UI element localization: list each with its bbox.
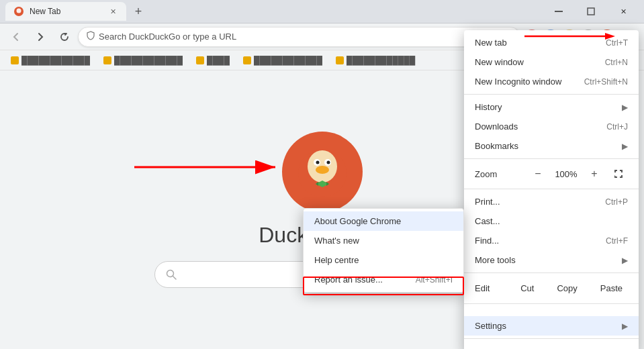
menu-divider-6 xyxy=(464,338,639,339)
menu-divider-1 xyxy=(464,94,639,95)
bookmark-favicon-3 xyxy=(196,56,204,64)
window-controls: ✕ xyxy=(543,1,639,22)
zoom-value: 100% xyxy=(553,169,580,179)
svg-rect-3 xyxy=(588,8,594,15)
menu-divider-3 xyxy=(464,189,639,189)
help-submenu: About Google Chrome What's new Help cent… xyxy=(303,208,464,293)
bookmark-item-1[interactable]: ████████████ xyxy=(5,53,95,68)
search-icon xyxy=(166,269,177,280)
help-arrow-icon: ▶ xyxy=(622,321,628,331)
svg-rect-2 xyxy=(555,11,563,12)
bookmark-item-5[interactable]: ████████████ xyxy=(330,53,420,68)
address-text: Search DuckDuckGo or type a URL xyxy=(99,32,485,42)
red-arrow-help xyxy=(131,156,292,179)
svg-point-1 xyxy=(17,9,21,13)
zoom-row: Zoom − 100% + xyxy=(464,162,639,186)
menu-item-find[interactable]: Find... Ctrl+F xyxy=(464,231,639,250)
menu-item-cast[interactable]: Cast... xyxy=(464,211,639,231)
svg-point-18 xyxy=(316,166,329,174)
menu-item-print[interactable]: Print... Ctrl+P xyxy=(464,192,639,211)
history-arrow-icon: ▶ xyxy=(622,103,628,112)
edit-buttons: Cut Copy Paste xyxy=(510,280,639,297)
bookmark-label-5: ████████████ xyxy=(347,56,415,65)
zoom-label: Zoom xyxy=(475,169,523,179)
cut-button[interactable]: Cut xyxy=(510,280,545,297)
window-minimize-button[interactable] xyxy=(543,1,574,22)
more-tools-arrow-icon: ▶ xyxy=(622,256,628,265)
menu-item-exit[interactable] xyxy=(464,342,639,349)
bookmarks-arrow-icon: ▶ xyxy=(622,142,628,151)
tab-favicon xyxy=(13,6,24,17)
zoom-fullscreen-button[interactable] xyxy=(609,164,628,183)
help-submenu-item-whats-new[interactable]: What's new xyxy=(304,231,463,250)
menu-item-settings[interactable] xyxy=(464,307,639,316)
svg-point-16 xyxy=(316,161,319,164)
tab-close-button[interactable]: ✕ xyxy=(107,6,118,17)
bookmark-favicon-2 xyxy=(103,56,111,64)
edit-row: Edit Cut Copy Paste xyxy=(464,276,639,301)
menu-divider-4 xyxy=(464,272,639,273)
copy-button[interactable]: Copy xyxy=(546,280,588,297)
bookmark-label-1: ████████████ xyxy=(21,56,90,65)
menu-item-new-window[interactable]: New window Ctrl+N xyxy=(464,52,639,72)
bookmark-label-4: ████████████ xyxy=(254,56,322,65)
svg-line-23 xyxy=(173,277,176,280)
edit-label: Edit xyxy=(464,279,510,298)
menu-item-help[interactable]: Settings ▶ xyxy=(464,316,639,336)
menu-divider-2 xyxy=(464,158,639,159)
bookmark-item-2[interactable]: ████████████ xyxy=(98,53,188,68)
menu-divider-5 xyxy=(464,303,639,304)
reload-button[interactable] xyxy=(54,26,75,48)
paste-button[interactable]: Paste xyxy=(590,280,633,297)
help-submenu-item-report-issue[interactable]: Report an issue... Alt+Shift+I xyxy=(304,270,463,289)
zoom-in-button[interactable]: + xyxy=(585,164,604,183)
bookmark-item-4[interactable]: ████████████ xyxy=(238,53,328,68)
menu-item-bookmarks[interactable]: Bookmarks ▶ xyxy=(464,136,639,156)
bookmark-favicon-4 xyxy=(243,56,251,64)
chrome-menu: New tab Ctrl+T New window Ctrl+N New Inc… xyxy=(464,30,639,349)
window-close-button[interactable]: ✕ xyxy=(608,1,639,22)
back-button[interactable] xyxy=(5,26,27,48)
zoom-out-button[interactable]: − xyxy=(528,164,547,183)
title-bar: New Tab ✕ + ✕ xyxy=(0,0,644,23)
menu-item-more-tools[interactable]: More tools ▶ xyxy=(464,250,639,270)
help-submenu-item-help-centre[interactable]: Help centre xyxy=(304,250,463,270)
bookmark-favicon-1 xyxy=(11,56,19,64)
window-maximize-button[interactable] xyxy=(576,1,606,22)
help-submenu-item-about[interactable]: About Google Chrome xyxy=(304,211,463,231)
ddg-logo xyxy=(282,132,363,212)
bookmark-label-2: ████████████ xyxy=(114,56,183,65)
red-arrow-indicator xyxy=(524,30,618,43)
menu-item-history[interactable]: History ▶ xyxy=(464,97,639,117)
browser-tab[interactable]: New Tab ✕ xyxy=(5,2,126,21)
tab-title: New Tab xyxy=(30,7,102,16)
new-tab-button[interactable]: + xyxy=(129,2,148,21)
menu-item-incognito[interactable]: New Incognito window Ctrl+Shift+N xyxy=(464,72,639,91)
security-icon xyxy=(87,31,95,42)
svg-point-17 xyxy=(326,161,330,164)
address-bar[interactable]: Search DuckDuckGo or type a URL xyxy=(78,27,520,47)
forward-button[interactable] xyxy=(30,26,51,48)
bookmark-label-3: ████ xyxy=(207,56,230,65)
bookmark-item-3[interactable]: ████ xyxy=(191,53,235,68)
svg-marker-5 xyxy=(605,33,615,40)
ddg-logo-svg xyxy=(289,138,356,205)
menu-item-downloads[interactable]: Downloads Ctrl+J xyxy=(464,117,639,136)
bookmark-favicon-5 xyxy=(336,56,344,64)
